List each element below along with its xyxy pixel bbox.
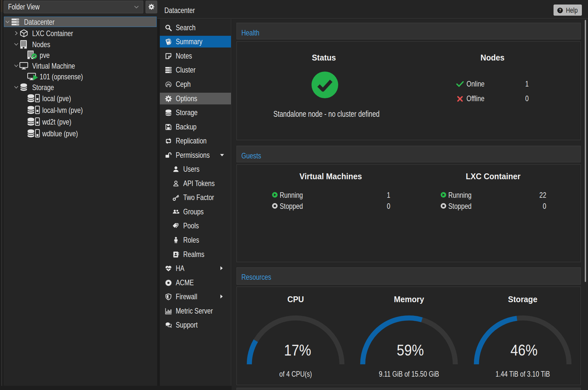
svg-text:?: ? bbox=[559, 8, 561, 13]
